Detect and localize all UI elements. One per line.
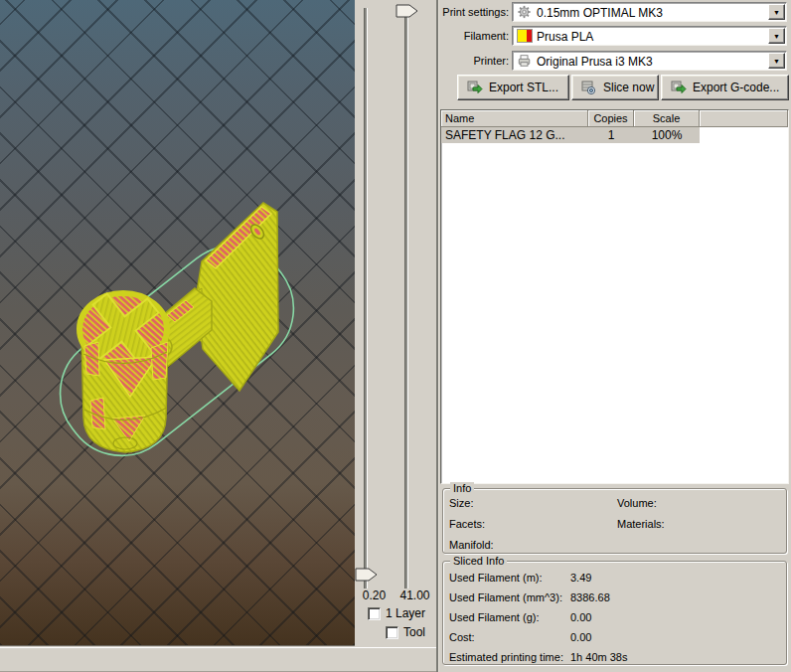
object-copies-cell: 1	[588, 127, 634, 143]
info-title: Info	[450, 482, 474, 494]
printer-value: Original Prusa i3 MK3	[537, 55, 653, 69]
slicer-plater-window: 0.20 41.00 1 Layer Tool Print settings:	[0, 0, 791, 672]
export-stl-button[interactable]: Export STL...	[457, 75, 569, 100]
print-settings-value: 0.15mm OPTIMAL MK3	[537, 6, 663, 20]
used-filament-g-value: 0.00	[570, 611, 591, 623]
printer-label: Printer:	[440, 55, 509, 67]
volume-label: Volume:	[617, 497, 657, 509]
layer-low-value: 0.20	[355, 588, 394, 602]
one-layer-checkbox[interactable]	[368, 607, 381, 620]
print-settings-label: Print settings:	[440, 6, 509, 18]
size-label: Size:	[449, 497, 473, 509]
print-settings-dropdown-button[interactable]: ▼	[768, 4, 785, 20]
layer-slider-low-track[interactable]	[364, 8, 368, 588]
printer-dropdown-button[interactable]: ▼	[768, 53, 785, 69]
object-list: Name Copies Scale SAFETY FLAG 12 G... 1 …	[440, 109, 789, 484]
estimated-time-label: Estimated printing time:	[449, 651, 563, 663]
filament-label: Filament:	[440, 30, 509, 42]
slice-now-label: Slice now	[603, 81, 654, 94]
settings-panel: Print settings: 0.15mm OPTIMAL MK3 ▼ Fil…	[439, 0, 791, 672]
layer-slider-high-track[interactable]	[404, 8, 408, 588]
printer-combobox[interactable]: Original Prusa i3 MK3 ▼	[512, 51, 787, 71]
object-scale-cell: 100%	[634, 127, 700, 143]
column-header-scale[interactable]: Scale	[634, 110, 700, 127]
column-header-filler	[700, 110, 788, 127]
tool-checkbox-row[interactable]: Tool	[386, 625, 425, 639]
info-groupbox: Info Size: Volume: Facets: Materials: Ma…	[442, 488, 787, 554]
object-row-selected[interactable]: SAFETY FLAG 12 G... 1 100%	[441, 127, 788, 143]
export-gcode-icon	[671, 80, 687, 95]
layer-slider-pane: 0.20 41.00 1 Layer Tool	[355, 0, 436, 647]
print-settings-combobox[interactable]: 0.15mm OPTIMAL MK3 ▼	[512, 2, 787, 22]
layer-slider-low-thumb[interactable]	[355, 568, 379, 582]
cost-label: Cost:	[449, 631, 475, 643]
dropdown-arrow-icon: ▼	[773, 33, 780, 40]
materials-label: Materials:	[617, 518, 665, 530]
filament-row: Filament: Prusa PLA ▼	[439, 26, 791, 47]
sliced-info-groupbox: Sliced Info Used Filament (m): 3.49 Used…	[442, 561, 787, 665]
filament-value: Prusa PLA	[537, 30, 593, 44]
used-filament-m-label: Used Filament (m):	[449, 572, 543, 584]
filament-dropdown-button[interactable]: ▼	[768, 28, 785, 44]
dropdown-arrow-icon: ▼	[773, 58, 780, 65]
export-gcode-button[interactable]: Export G-code...	[661, 75, 789, 100]
layer-slider-high-thumb[interactable]	[396, 4, 419, 18]
used-filament-mm3-value: 8386.68	[570, 591, 610, 603]
tool-label: Tool	[403, 625, 425, 639]
print-settings-row: Print settings: 0.15mm OPTIMAL MK3 ▼	[439, 2, 791, 23]
export-stl-label: Export STL...	[489, 81, 558, 94]
export-gcode-label: Export G-code...	[693, 81, 779, 94]
gear-icon	[517, 5, 532, 19]
one-layer-checkbox-row[interactable]: 1 Layer	[368, 606, 425, 620]
slice-now-button[interactable]: Slice now	[571, 75, 659, 100]
filament-combobox[interactable]: Prusa PLA ▼	[512, 26, 787, 46]
slice-now-icon	[581, 80, 597, 95]
manifold-label: Manifold:	[449, 539, 494, 551]
used-filament-m-value: 3.49	[570, 572, 591, 584]
printer-row: Printer: Original Prusa i3 MK3 ▼	[439, 51, 791, 72]
one-layer-label: 1 Layer	[386, 606, 425, 620]
object-name-cell: SAFETY FLAG 12 G...	[441, 127, 588, 143]
object-list-header: Name Copies Scale	[441, 110, 788, 127]
tool-checkbox[interactable]	[386, 626, 398, 639]
printer-icon	[517, 54, 532, 68]
estimated-time-value: 1h 40m 38s	[570, 651, 627, 663]
3d-viewport[interactable]	[0, 0, 355, 646]
sliced-info-title: Sliced Info	[450, 555, 507, 567]
used-filament-g-label: Used Filament (g):	[449, 611, 539, 623]
layer-high-value: 41.00	[394, 588, 436, 602]
dropdown-arrow-icon: ▼	[773, 9, 780, 16]
column-header-copies[interactable]: Copies	[588, 110, 634, 127]
bottom-strip	[0, 647, 436, 672]
model-cylinder-part[interactable]	[71, 276, 177, 452]
column-header-name[interactable]: Name	[441, 110, 588, 127]
filament-color-swatch-icon	[517, 29, 533, 43]
sliced-model-render	[0, 0, 355, 646]
facets-label: Facets:	[449, 518, 485, 530]
cost-value: 0.00	[570, 631, 591, 643]
export-stl-icon	[467, 80, 483, 95]
used-filament-mm3-label: Used Filament (mm^3):	[449, 591, 562, 603]
